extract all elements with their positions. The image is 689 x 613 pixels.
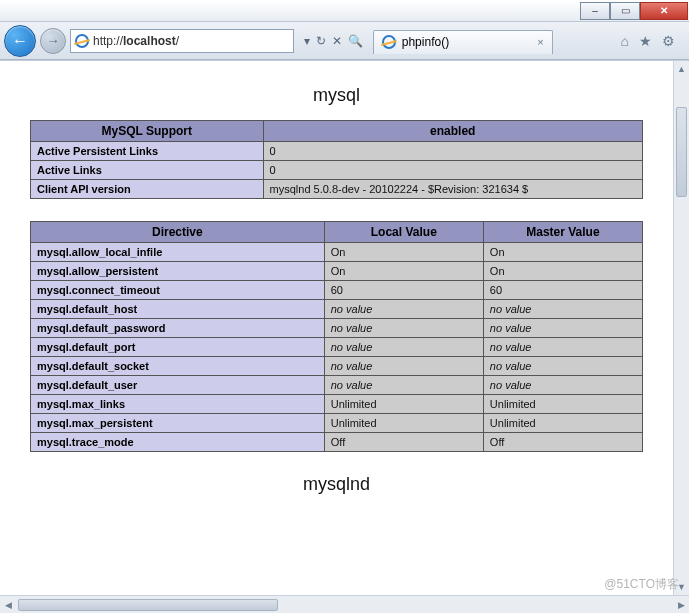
table-row: mysql.max_persistentUnlimitedUnlimited (31, 414, 643, 433)
table-row: mysql.max_linksUnlimitedUnlimited (31, 395, 643, 414)
scroll-track[interactable] (674, 77, 689, 579)
minimize-button[interactable]: – (580, 2, 610, 20)
master-value: Unlimited (483, 395, 642, 414)
table-row: mysql.default_portno valueno value (31, 338, 643, 357)
directive-name: mysql.default_socket (31, 357, 325, 376)
local-value: no value (324, 357, 483, 376)
tab-favicon-icon (382, 35, 396, 49)
hscroll-thumb[interactable] (18, 599, 278, 611)
horizontal-scrollbar[interactable]: ◀ ▶ (0, 595, 689, 613)
directive-name: mysql.allow_persistent (31, 262, 325, 281)
tab-strip: phpinfo() × (373, 28, 607, 54)
search-icon[interactable]: 🔍 (348, 34, 363, 48)
table-row: mysql.default_userno valueno value (31, 376, 643, 395)
stop-icon[interactable]: ✕ (332, 34, 342, 48)
scroll-thumb[interactable] (676, 107, 687, 197)
directive-name: mysql.default_host (31, 300, 325, 319)
tab-phpinfo[interactable]: phpinfo() × (373, 30, 553, 54)
master-value: Off (483, 433, 642, 452)
table-row: Client API versionmysqlnd 5.0.8-dev - 20… (31, 180, 643, 199)
master-value: no value (483, 338, 642, 357)
phpinfo-page: mysql MySQL Support enabled Active Persi… (0, 61, 673, 595)
directive-name: Active Links (31, 161, 264, 180)
section-heading-mysql: mysql (30, 85, 643, 106)
local-value: Unlimited (324, 414, 483, 433)
local-value: no value (324, 338, 483, 357)
address-bar[interactable]: http://localhost/ (70, 29, 294, 53)
directive-name: Client API version (31, 180, 264, 199)
th-directive: Directive (31, 222, 325, 243)
url-host: localhost (123, 34, 176, 48)
address-text: http://localhost/ (93, 34, 179, 48)
master-value: no value (483, 357, 642, 376)
directive-value: mysqlnd 5.0.8-dev - 20102224 - $Revision… (263, 180, 642, 199)
th-local-value: Local Value (324, 222, 483, 243)
directive-name: mysql.connect_timeout (31, 281, 325, 300)
local-value: Unlimited (324, 395, 483, 414)
directive-name: mysql.max_persistent (31, 414, 325, 433)
th-mysql-support: MySQL Support (31, 121, 264, 142)
table-row: mysql.allow_persistentOnOn (31, 262, 643, 281)
master-value: 60 (483, 281, 642, 300)
local-value: On (324, 262, 483, 281)
home-icon[interactable]: ⌂ (621, 33, 629, 49)
table-header-row: MySQL Support enabled (31, 121, 643, 142)
tab-title: phpinfo() (402, 35, 449, 49)
directive-name: mysql.default_user (31, 376, 325, 395)
table-row: mysql.allow_local_infileOnOn (31, 243, 643, 262)
vertical-scrollbar[interactable]: ▲ ▼ (673, 61, 689, 595)
table-row: mysql.default_passwordno valueno value (31, 319, 643, 338)
local-value: no value (324, 319, 483, 338)
master-value: no value (483, 300, 642, 319)
content-viewport: mysql MySQL Support enabled Active Persi… (0, 60, 689, 595)
directive-name: mysql.allow_local_infile (31, 243, 325, 262)
forward-button[interactable]: → (40, 28, 66, 54)
master-value: no value (483, 376, 642, 395)
directive-name: mysql.default_password (31, 319, 325, 338)
local-value: On (324, 243, 483, 262)
th-master-value: Master Value (483, 222, 642, 243)
window-titlebar: – ▭ ✕ (0, 0, 689, 22)
directive-name: mysql.trace_mode (31, 433, 325, 452)
url-dropdown-icon[interactable]: ▾ (304, 34, 310, 48)
table-row: mysql.default_hostno valueno value (31, 300, 643, 319)
scroll-up-icon[interactable]: ▲ (674, 61, 689, 77)
section-heading-mysqlnd: mysqlnd (30, 474, 643, 495)
chrome-actions: ⌂ ★ ⚙ (611, 33, 685, 49)
url-path: / (176, 34, 179, 48)
refresh-icon[interactable]: ↻ (316, 34, 326, 48)
directive-name: mysql.default_port (31, 338, 325, 357)
table-row: mysql.trace_modeOffOff (31, 433, 643, 452)
master-value: On (483, 243, 642, 262)
browser-toolbar: ← → http://localhost/ ▾ ↻ ✕ 🔍 phpinfo() … (0, 22, 689, 60)
watermark-text: @51CTO博客 (604, 576, 679, 593)
directive-name: Active Persistent Links (31, 142, 264, 161)
url-scheme: http:// (93, 34, 123, 48)
master-value: Unlimited (483, 414, 642, 433)
titlebar-decoration (4, 2, 685, 4)
mysql-directives-table: Directive Local Value Master Value mysql… (30, 221, 643, 452)
table-header-row: Directive Local Value Master Value (31, 222, 643, 243)
local-value: no value (324, 300, 483, 319)
scroll-left-icon[interactable]: ◀ (0, 597, 16, 613)
scroll-right-icon[interactable]: ▶ (673, 597, 689, 613)
th-enabled: enabled (263, 121, 642, 142)
local-value: 60 (324, 281, 483, 300)
settings-gear-icon[interactable]: ⚙ (662, 33, 675, 49)
directive-name: mysql.max_links (31, 395, 325, 414)
directive-value: 0 (263, 161, 642, 180)
favorites-icon[interactable]: ★ (639, 33, 652, 49)
back-button[interactable]: ← (4, 25, 36, 57)
tab-close-icon[interactable]: × (537, 36, 543, 48)
mysql-support-table: MySQL Support enabled Active Persistent … (30, 120, 643, 199)
table-row: Active Persistent Links0 (31, 142, 643, 161)
local-value: Off (324, 433, 483, 452)
master-value: no value (483, 319, 642, 338)
maximize-button[interactable]: ▭ (610, 2, 640, 20)
close-button[interactable]: ✕ (640, 2, 688, 20)
table-row: mysql.default_socketno valueno value (31, 357, 643, 376)
address-actions: ▾ ↻ ✕ 🔍 (298, 34, 369, 48)
table-row: mysql.connect_timeout6060 (31, 281, 643, 300)
master-value: On (483, 262, 642, 281)
directive-value: 0 (263, 142, 642, 161)
